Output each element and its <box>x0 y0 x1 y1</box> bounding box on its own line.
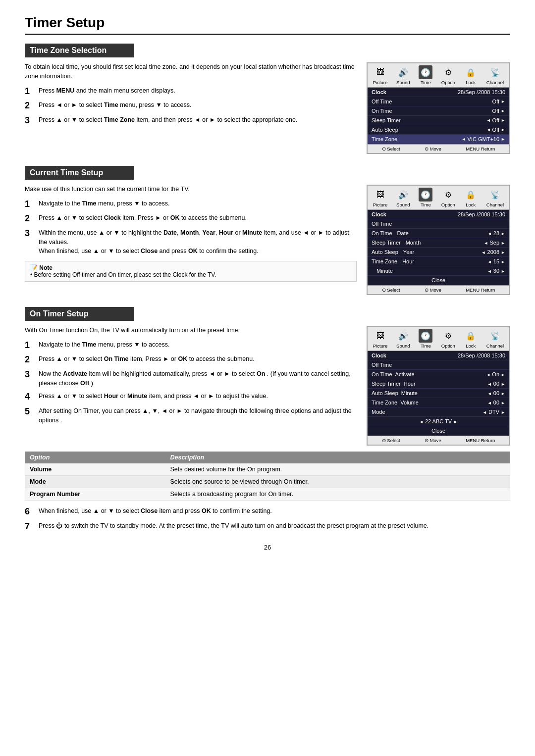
menu-icons-row-ct: 🖼 Picture 🔊 Sound 🕐 Time ⚙ Option 🔒 <box>368 186 509 210</box>
menu-currenttime: 🖼 Picture 🔊 Sound 🕐 Time ⚙ Option 🔒 <box>367 185 510 295</box>
menu-row-mode-ot: Mode ◄ DTV ► <box>368 407 509 417</box>
desc-program: Selects a broadcasting program for On ti… <box>165 488 510 501</box>
menu-row-ontime: On Time Off ► <box>368 106 509 116</box>
icon-sound-ct: 🔊 Sound <box>396 188 410 207</box>
menu-footer-ct: ⊙ Select ⊙ Move MENU Return <box>368 285 509 294</box>
icon-time-ot: 🕐 Time <box>419 329 432 349</box>
on-timer-text: With On Timer function On, the TV will a… <box>25 326 357 429</box>
desc-volume: Sets desired volume for the On program. <box>165 463 510 476</box>
current-time-section: Current Time Setup Make use of this func… <box>25 166 510 295</box>
option-volume: Volume <box>25 463 165 476</box>
menu-row-offtime-ot: Off Time <box>368 360 509 370</box>
icon-lock-ot: 🔒 Lock <box>464 329 478 349</box>
step-ct-3: 3 Within the menu, use ▲ or ▼ to highlig… <box>25 228 357 256</box>
menu-row-autosleep-ot: Auto Sleep Minute ◄ 00 ► <box>368 389 509 398</box>
icon-time-active: 🕐 Time <box>419 65 432 85</box>
page-title: Timer Setup <box>25 15 510 35</box>
menu-row-offtime-ct: Off Time <box>368 219 509 229</box>
menu-row-autosleep: Auto Sleep ◄ Off ► <box>368 125 509 135</box>
step-tz-2: 2 Press ◄ or ► to select Time menu, pres… <box>25 101 357 111</box>
time-zone-title: Time Zone Selection <box>25 44 134 57</box>
on-timer-section: On Timer Setup With On Timer function On… <box>25 307 510 532</box>
option-program: Program Number <box>25 488 165 501</box>
description-col-header: Description <box>165 452 510 463</box>
step-ct-2: 2 Press ▲ or ▼ to select Clock item, Pre… <box>25 213 357 224</box>
menu-row-channel-ot: ◄ 22 ABC TV ► <box>368 417 509 426</box>
step-ct-1: 1 Navigate to the Time menu, press ▼ to … <box>25 199 357 210</box>
icon-channel: 📡 Channel <box>486 65 504 85</box>
current-time-text: Make use of this function can set the cu… <box>25 185 357 282</box>
menu-row-clock: Clock 28/Sep /2008 15:30 <box>368 88 509 97</box>
icon-channel-ot: 📡 Channel <box>486 329 504 349</box>
menu-ontimer: 🖼 Picture 🔊 Sound 🕐 Time ⚙ Option 🔒 <box>367 326 510 446</box>
menu-row-offtime: Off Time Off ► <box>368 97 509 106</box>
icon-lock: 🔒 Lock <box>464 65 478 85</box>
step-ot-3: 3 Now the Activate item will be highligh… <box>25 369 357 388</box>
menu-row-sleep: Sleep Timer ◄ Off ► <box>368 116 509 125</box>
step-ot-2: 2 Press ▲ or ▼ to select On Time item, P… <box>25 354 357 365</box>
table-row: Mode Selects one source to be viewed thr… <box>25 476 510 488</box>
menu-row-timezone: Time Zone ◄ VIC GMT+10 ► <box>368 135 509 144</box>
note-box: 📝 Note • Before setting Off timer and On… <box>25 261 357 282</box>
icon-option-ct: ⚙ Option <box>441 188 455 207</box>
time-zone-intro: To obtain local time, you should first s… <box>25 62 357 81</box>
icon-picture-ot: 🖼 Picture <box>373 329 388 349</box>
icon-channel-ct: 📡 Channel <box>486 188 504 207</box>
current-time-title: Current Time Setup <box>25 166 134 180</box>
desc-mode: Selects one source to be viewed through … <box>165 476 510 488</box>
menu-row-sleep-ct: Sleep Timer Month ◄ Sep ► <box>368 238 509 248</box>
menu-row-minute-ct: Minute ◄ 30 ► <box>368 266 509 276</box>
page-number: 26 <box>25 544 510 551</box>
step-ot-4: 4 Press ▲ or ▼ to select Hour or Minute … <box>25 392 357 403</box>
menu-rows-tz: Clock 28/Sep /2008 15:30 Off Time Off ► … <box>368 88 509 144</box>
menu-row-ontime-ct: On Time Date ◄ 28 ► <box>368 229 509 238</box>
menu-footer-ot: ⊙ Select ⊙ Move MENU Return <box>368 436 509 445</box>
step-ot-1: 1 Navigate to the Time menu, press ▼ to … <box>25 340 357 351</box>
icon-lock-ct: 🔒 Lock <box>464 188 478 207</box>
menu-row-autosleep-ct: Auto Sleep Year ◄ 2008 ► <box>368 248 509 257</box>
menu-rows-ot: Clock 28/Sep /2008 15:30 Off Time On Tim… <box>368 351 509 436</box>
step-tz-3: 3 Press ▲ or ▼ to select Time Zone item,… <box>25 115 357 126</box>
time-zone-section: Time Zone Selection To obtain local time… <box>25 44 510 154</box>
time-zone-text: To obtain local time, you should first s… <box>25 62 357 130</box>
menu-footer-tz: ⊙ Select ⊙ Move MENU Return <box>368 144 509 153</box>
step-ot-7: 7 Press ⏻ to switch the TV to standby mo… <box>25 521 510 532</box>
icon-time-ct: 🕐 Time <box>419 188 432 207</box>
on-timer-intro: With On Timer function On, the TV will a… <box>25 326 357 335</box>
menu-row-clock-ct: Clock 28/Sep /2008 15:30 <box>368 210 509 219</box>
menu-rows-ct: Clock 28/Sep /2008 15:30 Off Time On Tim… <box>368 210 509 285</box>
icon-sound: 🔊 Sound <box>396 65 410 85</box>
option-table: Option Description Volume Sets desired v… <box>25 452 510 501</box>
step-tz-1: 1 Press MENU and the main menu screen di… <box>25 86 357 97</box>
icon-option-ot: ⚙ Option <box>441 329 455 349</box>
menu-close-ct: Close <box>368 276 509 285</box>
icon-picture: 🖼 Picture <box>373 65 388 85</box>
step-ot-6: 6 When finished, use ▲ or ▼ to select Cl… <box>25 506 510 517</box>
menu-row-timezone-ot: Time Zone Volume ◄ 00 ► <box>368 398 509 407</box>
icon-picture-ct: 🖼 Picture <box>373 188 388 207</box>
current-time-intro: Make use of this function can set the cu… <box>25 185 357 194</box>
icon-sound-ot: 🔊 Sound <box>396 329 410 349</box>
menu-timezone: 🖼 Picture 🔊 Sound 🕐 Time ⚙ Option 🔒 <box>367 62 510 154</box>
on-timer-title: On Timer Setup <box>25 307 134 321</box>
table-row: Program Number Selects a broadcasting pr… <box>25 488 510 501</box>
menu-row-ontime-ot: On Time Activate ◄ On ► <box>368 370 509 379</box>
menu-close-ot: Close <box>368 426 509 436</box>
menu-row-timezone-ct: Time Zone Hour ◄ 15 ► <box>368 257 509 266</box>
menu-row-clock-ot: Clock 28/Sep /2008 15:30 <box>368 351 509 360</box>
menu-row-sleep-ot: Sleep Timer Hour ◄ 00 ► <box>368 379 509 389</box>
icon-option: ⚙ Option <box>441 65 455 85</box>
option-col-header: Option <box>25 452 165 463</box>
step-ot-5: 5 After setting On Timer, you can press … <box>25 406 357 425</box>
option-mode: Mode <box>25 476 165 488</box>
table-row: Volume Sets desired volume for the On pr… <box>25 463 510 476</box>
menu-icons-row-ot: 🖼 Picture 🔊 Sound 🕐 Time ⚙ Option 🔒 <box>368 327 509 351</box>
menu-icons-row: 🖼 Picture 🔊 Sound 🕐 Time ⚙ Option 🔒 <box>368 63 509 88</box>
